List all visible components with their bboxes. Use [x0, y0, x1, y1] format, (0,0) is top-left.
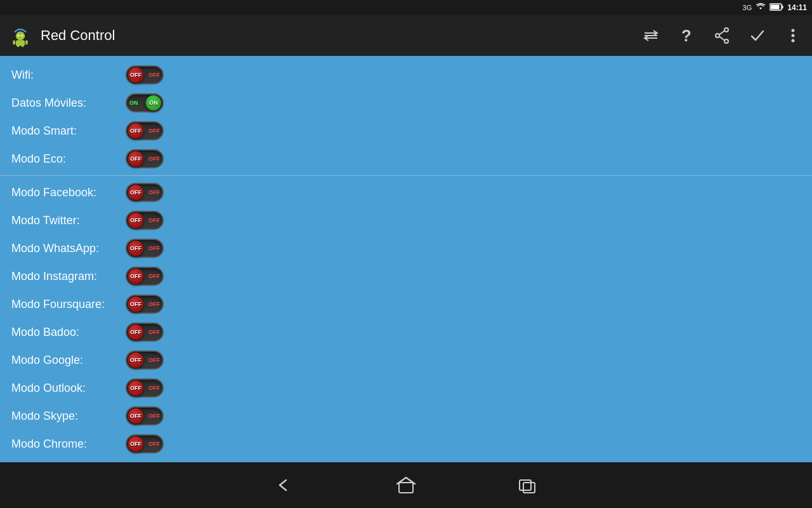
- svg-rect-1: [782, 6, 783, 9]
- row-modo-firefox: Modo Firefox: OFF OFF: [0, 458, 812, 462]
- svg-rect-10: [25, 40, 28, 44]
- svg-rect-12: [22, 45, 24, 47]
- toggle-modo-google[interactable]: OFF OFF: [126, 351, 164, 370]
- row-modo-smart: Modo Smart: OFF OFF: [0, 117, 812, 145]
- label-modo-skype: Modo Skype:: [11, 410, 126, 423]
- toggle-modo-foursquare[interactable]: OFF OFF: [126, 295, 164, 314]
- check-button[interactable]: [746, 24, 769, 47]
- svg-rect-25: [520, 480, 531, 490]
- toggle-modo-instagram[interactable]: OFF OFF: [126, 267, 164, 286]
- row-modo-skype: Modo Skype: OFF OFF: [0, 402, 812, 430]
- toggle-knob-modo-smart: OFF: [128, 123, 143, 138]
- svg-rect-2: [771, 5, 780, 10]
- toggle-wifi[interactable]: OFF OFF: [126, 65, 164, 84]
- battery-icon: [769, 3, 783, 12]
- toggle-datos-moviles[interactable]: ON ON: [126, 93, 164, 112]
- toggle-knob-modo-facebook: OFF: [128, 185, 143, 200]
- toggle-knob-datos-moviles: ON: [146, 95, 161, 110]
- main-content: Wifi: OFF OFF Datos Móviles: ON ON Modo …: [0, 56, 812, 462]
- status-bar: 3G 14:11: [0, 0, 812, 15]
- row-modo-twitter: Modo Twitter: OFF OFF: [0, 206, 812, 234]
- back-button[interactable]: [275, 476, 295, 494]
- toggle-knob-modo-instagram: OFF: [128, 269, 143, 284]
- toggle-modo-smart[interactable]: OFF OFF: [126, 121, 164, 140]
- toggle-knob-modo-outlook: OFF: [128, 380, 143, 396]
- row-modo-whatsapp: Modo WhatsApp: OFF OFF: [0, 234, 812, 262]
- toggle-knob-modo-eco: OFF: [128, 151, 143, 166]
- row-modo-instagram: Modo Instagram: OFF OFF: [0, 262, 812, 290]
- toggle-knob-modo-badoo: OFF: [128, 324, 143, 340]
- label-modo-chrome: Modo Chrome:: [11, 438, 126, 451]
- svg-point-23: [792, 39, 795, 43]
- toggle-modo-twitter[interactable]: OFF OFF: [126, 211, 164, 230]
- row-modo-eco: Modo Eco: OFF OFF: [0, 145, 812, 173]
- label-modo-foursquare: Modo Foursquare:: [11, 298, 126, 311]
- row-modo-facebook: Modo Facebook: OFF OFF: [0, 178, 812, 206]
- svg-rect-26: [523, 483, 535, 493]
- label-modo-google: Modo Google:: [11, 354, 126, 367]
- label-modo-badoo: Modo Badoo:: [11, 326, 126, 339]
- svg-point-5: [16, 32, 25, 41]
- row-datos-moviles: Datos Móviles: ON ON: [0, 89, 812, 117]
- toggle-knob-wifi: OFF: [128, 67, 143, 83]
- toggle-modo-chrome[interactable]: OFF OFF: [126, 434, 164, 453]
- label-modo-whatsapp: Modo WhatsApp:: [11, 242, 126, 255]
- svg-point-17: [716, 34, 719, 37]
- label-datos-moviles: Datos Móviles:: [11, 97, 126, 110]
- toggle-modo-eco[interactable]: OFF OFF: [126, 149, 164, 168]
- svg-rect-8: [16, 40, 25, 46]
- svg-line-20: [719, 37, 724, 41]
- svg-line-19: [719, 31, 724, 35]
- toggle-knob-modo-skype: OFF: [128, 408, 143, 424]
- status-time: 14:11: [787, 3, 807, 12]
- label-wifi: Wifi:: [11, 69, 126, 82]
- svg-rect-9: [13, 40, 15, 44]
- toggle-modo-skype[interactable]: OFF OFF: [126, 406, 164, 425]
- label-modo-facebook: Modo Facebook:: [11, 186, 126, 199]
- svg-point-21: [792, 29, 795, 32]
- row-modo-chrome: Modo Chrome: OFF OFF: [0, 430, 812, 458]
- toggle-modo-facebook[interactable]: OFF OFF: [126, 183, 164, 202]
- svg-point-16: [724, 28, 728, 32]
- toggle-knob-modo-google: OFF: [128, 352, 143, 368]
- toolbar: Red Control ?: [0, 15, 812, 56]
- recents-button[interactable]: [517, 476, 537, 494]
- app-title: Red Control: [41, 27, 627, 44]
- signal-icon: 3G: [743, 4, 752, 11]
- toggle-knob-modo-chrome: OFF: [128, 436, 143, 451]
- label-modo-smart: Modo Smart:: [11, 124, 126, 138]
- svg-rect-24: [399, 483, 413, 493]
- toggle-modo-whatsapp[interactable]: OFF OFF: [126, 239, 164, 258]
- svg-point-7: [21, 35, 23, 37]
- more-button[interactable]: [782, 24, 804, 47]
- wifi-signal-icon: [756, 3, 766, 13]
- svg-rect-11: [17, 45, 20, 47]
- svg-point-22: [792, 34, 795, 37]
- network-button[interactable]: [639, 24, 662, 47]
- toggle-modo-outlook[interactable]: OFF OFF: [126, 378, 164, 398]
- share-button[interactable]: [710, 24, 733, 47]
- svg-point-18: [724, 39, 728, 43]
- toggle-knob-modo-foursquare: OFF: [128, 297, 143, 312]
- toggle-knob-modo-whatsapp: OFF: [128, 241, 143, 256]
- row-modo-badoo: Modo Badoo: OFF OFF: [0, 318, 812, 346]
- svg-point-6: [18, 35, 20, 37]
- label-modo-twitter: Modo Twitter:: [11, 214, 126, 227]
- section-divider: [0, 175, 812, 176]
- label-modo-outlook: Modo Outlook:: [11, 382, 126, 395]
- row-modo-google: Modo Google: OFF OFF: [0, 346, 812, 374]
- row-modo-foursquare: Modo Foursquare: OFF OFF: [0, 290, 812, 318]
- app-icon: [8, 23, 33, 48]
- row-modo-outlook: Modo Outlook: OFF OFF: [0, 374, 812, 402]
- nav-bar: [0, 462, 812, 508]
- help-button[interactable]: ?: [675, 24, 698, 47]
- toggle-modo-badoo[interactable]: OFF OFF: [126, 323, 164, 342]
- label-modo-instagram: Modo Instagram:: [11, 270, 126, 283]
- label-modo-eco: Modo Eco:: [11, 152, 126, 166]
- home-button[interactable]: [396, 476, 416, 494]
- toggle-knob-modo-twitter: OFF: [128, 213, 143, 228]
- row-wifi: Wifi: OFF OFF: [0, 61, 812, 89]
